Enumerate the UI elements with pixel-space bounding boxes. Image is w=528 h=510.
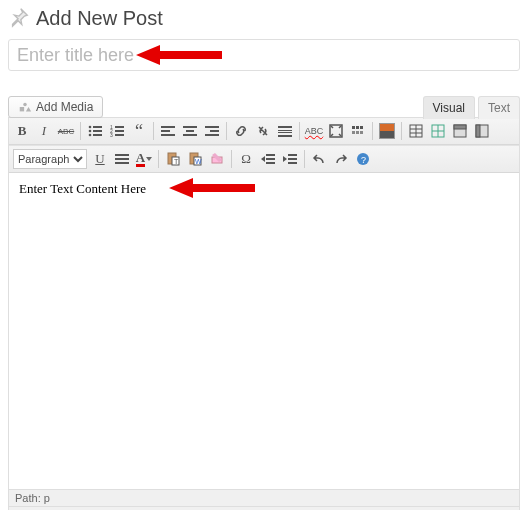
svg-rect-29	[352, 126, 355, 129]
editor-container: B I ABC 123 “ ABC Paragraph U A	[8, 117, 520, 510]
annotation-arrow-content	[169, 176, 255, 200]
svg-text:T: T	[174, 158, 179, 165]
blockquote-button[interactable]: “	[129, 121, 149, 141]
align-right-button[interactable]	[202, 121, 222, 141]
svg-rect-27	[278, 135, 292, 137]
align-left-button[interactable]	[158, 121, 178, 141]
svg-rect-58	[266, 162, 275, 164]
text-color-button[interactable]: A	[134, 149, 154, 169]
svg-text:3: 3	[110, 132, 113, 138]
svg-rect-62	[288, 162, 297, 164]
content-editor[interactable]: Enter Text Content Here	[9, 173, 519, 489]
svg-rect-33	[356, 131, 359, 134]
table-button-2[interactable]	[428, 121, 448, 141]
paste-text-button[interactable]: T	[163, 149, 183, 169]
svg-rect-45	[476, 125, 480, 137]
svg-rect-12	[115, 130, 124, 132]
tab-visual[interactable]: Visual	[423, 96, 475, 119]
svg-rect-6	[93, 130, 102, 132]
svg-rect-48	[115, 162, 129, 164]
path-label: Path:	[15, 492, 41, 504]
paste-word-button[interactable]: W	[185, 149, 205, 169]
svg-rect-60	[288, 154, 297, 156]
svg-rect-15	[161, 126, 175, 128]
content-placeholder-text: Enter Text Content Here	[19, 181, 146, 196]
clear-formatting-button[interactable]	[207, 149, 227, 169]
forms-button[interactable]	[377, 121, 397, 141]
indent-button[interactable]	[280, 149, 300, 169]
fullscreen-button[interactable]	[326, 121, 346, 141]
svg-rect-2	[20, 107, 24, 111]
table-button-3[interactable]	[450, 121, 470, 141]
link-button[interactable]	[231, 121, 251, 141]
svg-rect-23	[205, 134, 219, 136]
svg-text:W: W	[195, 158, 202, 165]
svg-text:?: ?	[361, 155, 366, 165]
svg-marker-66	[169, 178, 255, 198]
tab-text[interactable]: Text	[478, 96, 520, 119]
add-media-label: Add Media	[36, 100, 93, 114]
more-tag-button[interactable]	[275, 121, 295, 141]
align-justify-button[interactable]	[112, 149, 132, 169]
svg-rect-26	[278, 132, 292, 133]
svg-marker-59	[261, 156, 265, 162]
undo-button[interactable]	[309, 149, 329, 169]
svg-rect-31	[360, 126, 363, 129]
underline-button[interactable]: U	[90, 149, 110, 169]
svg-rect-47	[115, 158, 129, 160]
format-select[interactable]: Paragraph	[13, 149, 87, 169]
svg-point-7	[89, 134, 92, 137]
pin-icon	[8, 6, 30, 31]
media-icon	[18, 100, 32, 114]
svg-rect-57	[266, 158, 275, 160]
add-media-button[interactable]: Add Media	[8, 96, 103, 118]
status-wordcount-bar: Word count: 0	[9, 506, 519, 510]
table-button-1[interactable]	[406, 121, 426, 141]
post-title-input[interactable]	[8, 39, 520, 71]
svg-rect-61	[288, 158, 297, 160]
svg-rect-18	[183, 126, 197, 128]
svg-rect-43	[454, 125, 466, 129]
spellcheck-button[interactable]: ABC	[304, 121, 324, 141]
italic-button[interactable]: I	[34, 121, 54, 141]
redo-button[interactable]	[331, 149, 351, 169]
status-path-bar: Path: p	[9, 489, 519, 506]
page-title: Add New Post	[36, 7, 163, 30]
svg-rect-21	[205, 126, 219, 128]
special-char-button[interactable]: Ω	[236, 149, 256, 169]
path-value: p	[44, 492, 50, 504]
svg-rect-34	[360, 131, 363, 134]
svg-point-5	[89, 130, 92, 133]
outdent-button[interactable]	[258, 149, 278, 169]
svg-marker-63	[283, 156, 287, 162]
svg-rect-8	[93, 134, 102, 136]
svg-rect-32	[352, 131, 355, 134]
svg-rect-56	[266, 154, 275, 156]
table-button-4[interactable]	[472, 121, 492, 141]
kitchen-sink-button[interactable]	[348, 121, 368, 141]
svg-point-1	[23, 103, 27, 107]
svg-rect-46	[115, 154, 129, 156]
svg-rect-16	[161, 130, 170, 132]
toolbar-row-1: B I ABC 123 “ ABC	[9, 118, 519, 145]
unlink-button[interactable]	[253, 121, 273, 141]
bulleted-list-button[interactable]	[85, 121, 105, 141]
svg-rect-25	[278, 130, 292, 131]
svg-point-3	[89, 126, 92, 129]
help-button[interactable]: ?	[353, 149, 373, 169]
numbered-list-button[interactable]: 123	[107, 121, 127, 141]
toolbar-row-2: Paragraph U A T W Ω ?	[9, 145, 519, 173]
svg-rect-20	[183, 134, 197, 136]
svg-rect-30	[356, 126, 359, 129]
svg-rect-14	[115, 134, 124, 136]
svg-rect-24	[278, 126, 292, 128]
svg-rect-4	[93, 126, 102, 128]
svg-rect-10	[115, 126, 124, 128]
strikethrough-button[interactable]: ABC	[56, 121, 76, 141]
svg-rect-22	[210, 130, 219, 132]
svg-rect-19	[186, 130, 194, 132]
bold-button[interactable]: B	[12, 121, 32, 141]
svg-rect-17	[161, 134, 175, 136]
align-center-button[interactable]	[180, 121, 200, 141]
